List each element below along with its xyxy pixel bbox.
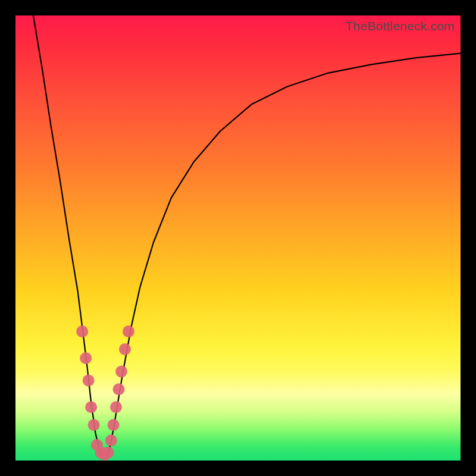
chart-frame: TheBottleneck.com [0,0,476,476]
highlight-dot [108,419,120,431]
highlight-dot [102,447,114,459]
highlight-dot [119,343,131,355]
highlight-dot [80,352,92,364]
bottleneck-curve-path [33,15,461,456]
highlight-dot [85,401,97,413]
highlight-dot [83,374,95,386]
highlight-dot [123,325,134,337]
plot-area: TheBottleneck.com [15,15,461,461]
highlight-dot [105,434,117,446]
highlight-dot [110,401,122,413]
highlight-dot [88,419,100,431]
highlight-dot [113,383,125,395]
curve-layer [15,15,461,461]
highlight-dot [76,325,88,337]
highlight-dot [115,365,127,377]
